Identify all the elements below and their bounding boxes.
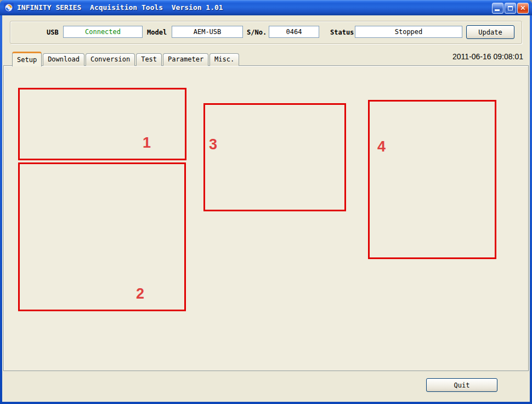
tab-parameter[interactable]: Parameter bbox=[163, 53, 208, 66]
update-button[interactable]: Update bbox=[466, 25, 514, 39]
current-datetime: 2011-06-16 09:08:01 bbox=[452, 52, 523, 61]
tab-download[interactable]: Download bbox=[43, 53, 84, 66]
setup-tab-panel bbox=[3, 65, 529, 371]
title-bar: INFINITY SERIES Acquisition Tools Versio… bbox=[0, 0, 532, 15]
close-button[interactable]: ✕ bbox=[517, 3, 529, 14]
tab-test[interactable]: Test bbox=[136, 53, 162, 66]
status-field: Stopped bbox=[355, 26, 462, 38]
tab-misc[interactable]: Misc. bbox=[210, 53, 239, 66]
annotation-number-2: 2 bbox=[136, 285, 144, 302]
tab-setup[interactable]: Setup bbox=[12, 52, 42, 66]
annotation-number-1: 1 bbox=[143, 134, 151, 152]
model-field: AEM-USB bbox=[172, 26, 243, 38]
maximize-button[interactable] bbox=[505, 3, 516, 14]
maximize-icon bbox=[508, 6, 513, 10]
usb-label: USB bbox=[47, 29, 59, 36]
tab-conversion[interactable]: Conversion bbox=[86, 53, 135, 66]
annotation-number-4: 4 bbox=[377, 138, 386, 155]
minimize-button[interactable] bbox=[492, 3, 503, 14]
window-title: INFINITY SERIES Acquisition Tools Versio… bbox=[17, 3, 223, 12]
close-icon: ✕ bbox=[518, 4, 528, 12]
tab-strip: Setup Download Conversion Test Parameter… bbox=[12, 53, 239, 66]
usb-status-field: Connected bbox=[63, 26, 143, 38]
app-window: INFINITY SERIES Acquisition Tools Versio… bbox=[0, 0, 532, 404]
quit-button[interactable]: Quit bbox=[426, 378, 497, 392]
model-label: Model bbox=[147, 29, 167, 36]
status-label: Status bbox=[330, 29, 354, 36]
app-icon bbox=[4, 3, 14, 13]
minimize-icon bbox=[495, 9, 500, 11]
annotation-number-3: 3 bbox=[209, 136, 217, 153]
serial-field: 0464 bbox=[269, 26, 319, 38]
serial-label: S/No. bbox=[247, 29, 267, 36]
